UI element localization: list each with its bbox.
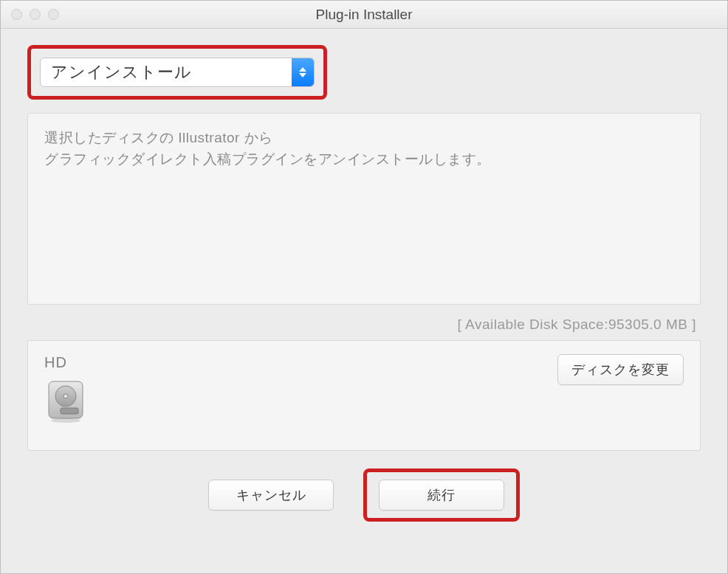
content-area: アンインストール 選択したディスクの Illustrator から グラフィック… — [1, 29, 727, 573]
svg-rect-5 — [61, 408, 78, 414]
footer-buttons: キャンセル 続行 — [27, 458, 701, 538]
minimize-window-button[interactable] — [30, 9, 41, 20]
svg-marker-0 — [299, 67, 306, 72]
action-select-value: アンインストール — [41, 61, 292, 83]
svg-point-4 — [63, 394, 68, 398]
disk-name: HD — [44, 354, 87, 371]
disk-info: HD — [44, 354, 87, 424]
zoom-window-button[interactable] — [48, 9, 59, 20]
action-select[interactable]: アンインストール — [40, 58, 315, 87]
continue-button[interactable]: 続行 — [379, 480, 504, 511]
svg-point-6 — [51, 418, 80, 423]
updown-chevron-icon — [292, 58, 314, 86]
window-title: Plug-in Installer — [1, 7, 727, 23]
close-window-button[interactable] — [11, 9, 22, 20]
change-disk-button[interactable]: ディスクを変更 — [557, 354, 684, 385]
action-select-highlight: アンインストール — [27, 45, 327, 100]
installer-window: Plug-in Installer アンインストール 選択したディスクの Ill… — [0, 0, 728, 574]
continue-button-highlight: 続行 — [363, 468, 520, 522]
harddrive-icon — [44, 378, 87, 424]
description-line: 選択したディスクの Illustrator から — [44, 127, 684, 148]
available-disk-space: [ Available Disk Space:95305.0 MB ] — [27, 312, 701, 340]
description-panel: 選択したディスクの Illustrator から グラフィックダイレクト入稿プラ… — [27, 113, 701, 305]
description-line: グラフィックダイレクト入稿プラグインをアンインストールします。 — [44, 148, 684, 170]
svg-marker-1 — [299, 73, 306, 77]
titlebar: Plug-in Installer — [1, 1, 727, 29]
disk-panel: HD — [27, 340, 701, 451]
cancel-button[interactable]: キャンセル — [208, 480, 334, 511]
window-controls — [11, 9, 59, 20]
